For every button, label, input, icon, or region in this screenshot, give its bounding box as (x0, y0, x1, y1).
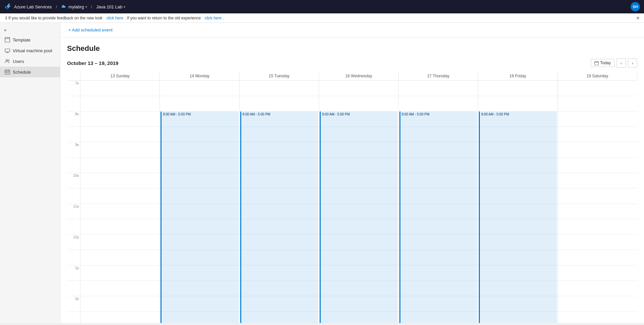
today-button[interactable]: Today (591, 59, 615, 67)
hour-row (319, 219, 398, 235)
hour-row (240, 142, 319, 158)
sidebar-item-schedule[interactable]: Schedule (0, 67, 60, 77)
time-slot-0: 7a (67, 81, 80, 96)
sidebar-collapse-button[interactable]: « (0, 25, 60, 34)
hour-row (160, 281, 239, 296)
hour-row (80, 235, 159, 250)
cal-day-col-thu[interactable]: 8:00 AM - 5:00 PM↻ (399, 81, 478, 323)
hour-row (558, 281, 637, 296)
hour-row (160, 111, 239, 127)
hour-row (319, 173, 398, 188)
time-gutter-header (67, 72, 80, 80)
hour-row (160, 250, 239, 265)
user-avatar[interactable]: SH (631, 2, 640, 11)
hour-row (399, 235, 478, 250)
feedback-link1[interactable]: click here (106, 16, 123, 20)
azure-logo-icon (4, 3, 12, 11)
day-header-sun: 13 Sunday (80, 72, 160, 80)
hour-row (399, 81, 478, 96)
sidebar-item-users[interactable]: Users (0, 56, 60, 67)
hour-row (319, 158, 398, 173)
brand: Azure Lab Services (4, 3, 52, 11)
cal-day-col-tue[interactable]: 8:00 AM - 5:00 PM↻ (240, 81, 319, 323)
hour-row (80, 111, 159, 127)
hour-row (160, 235, 239, 250)
svg-rect-1 (5, 37, 10, 39)
sidebar-item-vm-pool[interactable]: Virtual machine pool (0, 45, 60, 56)
hour-row (240, 219, 319, 235)
nav-separator-2: / (91, 4, 92, 9)
time-slot-13 (67, 281, 80, 296)
schedule-icon (5, 69, 10, 75)
hour-row (240, 235, 319, 250)
hour-row (80, 96, 159, 111)
schedule-main: Schedule October 13 – 19, 2019 Today (60, 37, 644, 323)
feedback-text-suffix: . (223, 16, 224, 20)
hour-row (160, 127, 239, 142)
time-slot-6: 10a (67, 173, 80, 188)
hour-row (558, 204, 637, 219)
hour-row (558, 250, 637, 265)
topnav-left: Azure Lab Services / mylabrg ▾ / Java 10… (4, 3, 127, 11)
svg-rect-13 (8, 72, 9, 73)
hour-row (319, 235, 398, 250)
cal-day-col-sat (558, 81, 637, 323)
day-header-sat: 19 Saturday (558, 72, 637, 80)
cal-day-col-wed[interactable]: 8:00 AM - 5:00 PM↻ (319, 81, 398, 323)
nav-breadcrumb: mylabrg ▾ / Java 101 Lab ▾ (61, 4, 127, 10)
hour-row (478, 81, 557, 96)
hour-row (240, 312, 319, 323)
feedback-text-prefix: If you would like to provide feedback on… (8, 16, 103, 20)
hour-row (80, 127, 159, 142)
svg-rect-7 (5, 70, 10, 74)
cal-day-col-mon[interactable]: 8:00 AM - 5:00 PM↻ (160, 81, 239, 323)
hour-row (478, 173, 557, 188)
hour-row (478, 111, 557, 127)
sidebar: « Template Virtual machine pool (0, 23, 60, 323)
hour-row (240, 250, 319, 265)
prev-week-button[interactable]: ‹ (617, 58, 626, 68)
hour-row (399, 142, 478, 158)
hour-row (319, 250, 398, 265)
hour-row (399, 265, 478, 281)
hour-row (478, 265, 557, 281)
time-slot-3 (67, 127, 80, 142)
svg-rect-12 (7, 72, 8, 73)
hour-row (478, 127, 557, 142)
hour-row (558, 111, 637, 127)
calendar-nav: Today ‹ › (591, 58, 637, 68)
hour-row (80, 188, 159, 204)
hour-row (319, 265, 398, 281)
day-header-fri: 18 Friday (478, 72, 558, 80)
hour-row (160, 265, 239, 281)
feedback-link2[interactable]: click here (205, 16, 222, 20)
hour-row (478, 204, 557, 219)
hour-row (478, 312, 557, 323)
sidebar-item-template[interactable]: Template (0, 34, 60, 45)
cloud-icon (61, 4, 66, 9)
time-slot-7 (67, 188, 80, 204)
topnav-right: SH (631, 2, 640, 11)
hour-row (80, 142, 159, 158)
breadcrumb-mylabrg[interactable]: mylabrg ▾ (67, 4, 88, 10)
next-week-button[interactable]: › (628, 58, 637, 68)
cal-day-col-fri[interactable]: 8:00 AM - 5:00 PM↻ (478, 81, 558, 323)
hour-row (478, 296, 557, 312)
add-scheduled-event-button[interactable]: + Add scheduled event (67, 26, 114, 34)
close-icon[interactable]: ✕ (636, 15, 640, 21)
breadcrumb-java101[interactable]: Java 101 Lab ▾ (95, 4, 127, 10)
schedule-page-title: Schedule (67, 44, 637, 53)
hour-row (399, 250, 478, 265)
svg-point-5 (6, 60, 8, 61)
hour-row (319, 127, 398, 142)
time-slot-5 (67, 158, 80, 173)
hour-row (399, 296, 478, 312)
time-slot-1 (67, 96, 80, 111)
hour-row (399, 219, 478, 235)
hour-row (478, 96, 557, 111)
hour-row (399, 312, 478, 323)
hour-row (558, 235, 637, 250)
calendar-body: 7a8a9a10a11a12p1p2p3p4p5p6p 8:00 AM - 5:… (67, 81, 637, 323)
hour-row (478, 188, 557, 204)
time-slot-12: 1p (67, 265, 80, 281)
